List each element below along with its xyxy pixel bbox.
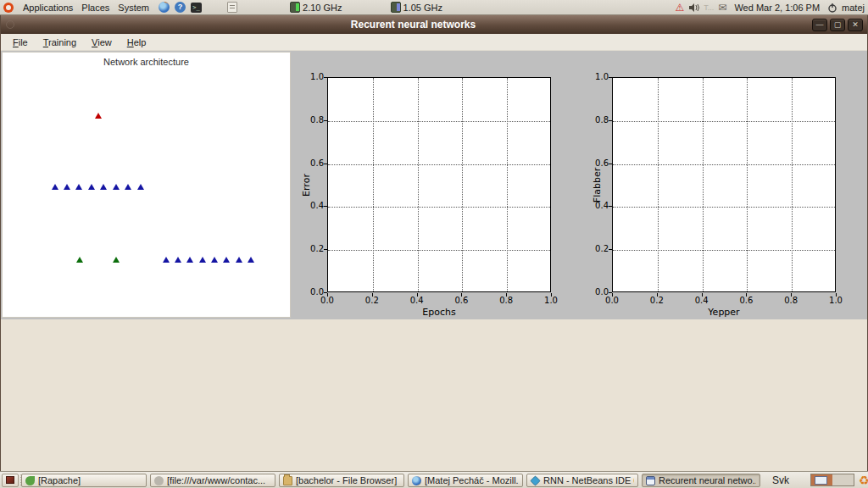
gridline [328, 250, 550, 251]
x-axis-label: Yepper [708, 307, 739, 318]
gedit-icon [154, 476, 164, 485]
minimize-button[interactable]: — [812, 19, 827, 31]
menu-training[interactable]: Training [36, 36, 83, 49]
tick-mark [324, 164, 327, 164]
workspace-2[interactable] [832, 474, 854, 485]
neuron-marker [236, 257, 242, 263]
tick-mark [609, 77, 612, 78]
workspace-1[interactable] [811, 474, 832, 485]
menu-help[interactable]: Help [120, 36, 153, 49]
panel-menu-applications[interactable]: Applications [19, 2, 77, 14]
workspace-switcher[interactable] [810, 474, 854, 486]
tick-mark [551, 293, 552, 297]
panel-menu-places[interactable]: Places [77, 2, 114, 14]
menu-view[interactable]: View [85, 36, 119, 49]
show-desktop-button[interactable] [2, 474, 19, 487]
gridline [613, 250, 835, 251]
x-tick-label: 0.2 [650, 296, 664, 305]
y-tick-label: 0.0 [302, 287, 324, 297]
gridline [462, 78, 463, 291]
y-tick-label: 0.6 [302, 158, 324, 168]
tick-mark [324, 77, 327, 78]
tick-mark [461, 293, 462, 297]
menu-file[interactable]: File [6, 36, 35, 49]
network-architecture-panel: Network architecture [2, 52, 291, 318]
top-panel: ApplicationsPlacesSystem ? >_ 2.10 GHz 1… [0, 0, 868, 15]
network-icon[interactable]: T... [704, 3, 714, 12]
task-button[interactable]: [bachelor - File Browser] [279, 474, 404, 487]
neuron-marker [64, 184, 70, 190]
neuron-marker [125, 184, 131, 190]
x-tick-label: 1.0 [544, 296, 558, 305]
neuron-marker [95, 113, 102, 119]
tick-mark [324, 292, 327, 293]
task-label: [Rapache] [38, 475, 81, 485]
window-menu-icon[interactable] [6, 20, 14, 29]
plot-axes [327, 77, 551, 292]
firefox-launcher-icon[interactable] [159, 2, 170, 13]
menu-bar: FileTrainingViewHelp [1, 34, 867, 51]
title-bar[interactable]: Recurent neural networks — ▢ ✕ [1, 15, 867, 34]
panel-menu-system[interactable]: System [114, 2, 153, 14]
task-button[interactable]: [file:///var/www/contac... [150, 474, 275, 487]
firefox-icon [412, 476, 421, 485]
task-button[interactable]: [Matej Pecháč - Mozill... [408, 474, 523, 487]
x-tick-label: 0.0 [320, 296, 334, 305]
folder-icon [283, 476, 292, 485]
plot-axes [612, 77, 836, 292]
volume-icon[interactable] [688, 3, 699, 13]
task-label: [file:///var/www/contac... [167, 475, 265, 485]
show-desktop-icon [6, 476, 14, 484]
tick-mark [327, 293, 328, 297]
neuron-marker [137, 184, 144, 190]
x-tick-label: 0.4 [695, 296, 709, 305]
tick-mark [609, 206, 612, 207]
task-button[interactable]: RNN - NetBeans IDE 6... [526, 474, 638, 487]
tick-mark [609, 292, 612, 293]
mail-icon[interactable]: ✉ [718, 3, 726, 13]
y-tick-label: 0.8 [302, 115, 324, 125]
neuron-marker [52, 184, 58, 190]
warning-icon[interactable]: ⚠ [676, 3, 685, 13]
gridline [418, 78, 419, 291]
task-button[interactable]: Recurent neural netwo... [642, 474, 760, 487]
x-tick-label: 0.8 [499, 296, 513, 305]
tick-mark [506, 293, 507, 297]
controls-panel: BackpropagationBackpropagation through t… [1, 319, 867, 471]
task-button[interactable]: [Rapache] [21, 474, 147, 487]
x-tick-label: 0.4 [410, 296, 424, 305]
help-icon[interactable]: ? [175, 2, 186, 13]
tick-mark [746, 293, 747, 297]
power-icon[interactable] [827, 3, 837, 13]
x-tick-label: 0.6 [454, 296, 468, 305]
task-label: Recurent neural netwo... [659, 475, 756, 485]
close-button[interactable]: ✕ [848, 19, 863, 31]
tick-mark [417, 293, 418, 297]
gridline [613, 121, 835, 122]
session-user[interactable]: matej [842, 3, 865, 13]
maximize-button[interactable]: ▢ [830, 19, 845, 31]
tick-mark [324, 120, 327, 121]
trash-icon[interactable]: ♻ [859, 474, 868, 487]
error-plot: 0.00.20.40.60.81.00.00.20.40.60.81.0Epoc… [292, 51, 577, 319]
cpu-icon [290, 2, 300, 13]
cpu-freq-applet-1[interactable]: 2.10 GHz [290, 2, 342, 13]
notes-icon[interactable] [227, 2, 237, 13]
terminal-icon[interactable]: >_ [191, 3, 202, 13]
keyboard-layout-indicator[interactable]: Svk [772, 474, 789, 486]
neuron-marker [248, 257, 254, 263]
x-tick-label: 0.8 [784, 296, 798, 305]
tick-mark [372, 293, 373, 297]
neuron-marker [75, 184, 82, 190]
cpu2-frequency: 1.05 GHz [403, 3, 442, 13]
flabber-plot: 0.00.20.40.60.81.00.00.20.40.60.81.0Yepp… [577, 51, 867, 319]
task-label: [Matej Pecháč - Mozill... [425, 475, 519, 485]
x-tick-label: 1.0 [829, 296, 843, 305]
tick-mark [657, 293, 658, 297]
cpu-freq-applet-2[interactable]: 1.05 GHz [391, 2, 442, 13]
gridline [613, 164, 835, 165]
x-tick-label: 0.2 [365, 296, 379, 305]
neuron-marker [211, 257, 218, 263]
tick-mark [324, 249, 327, 250]
clock[interactable]: Wed Mar 2, 1:06 PM [731, 3, 823, 13]
